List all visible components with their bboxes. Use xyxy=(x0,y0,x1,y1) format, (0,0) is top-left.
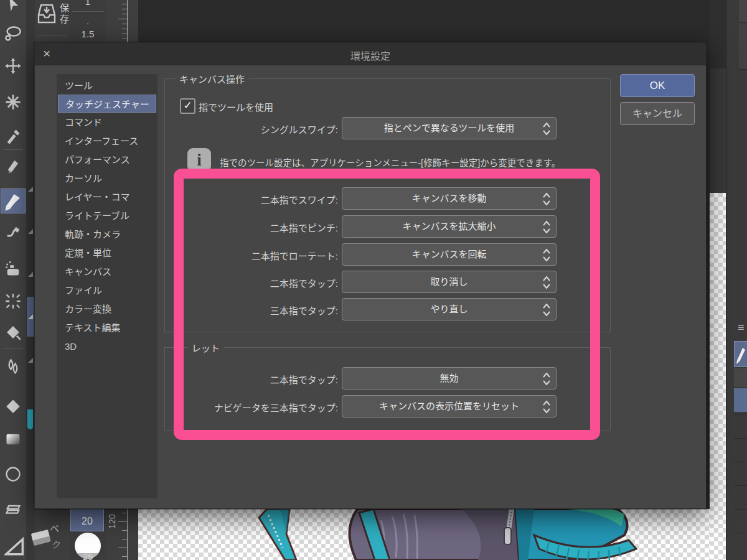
use-finger-checkbox[interactable]: ✓ xyxy=(180,98,195,114)
cancel-button[interactable]: キャンセル xyxy=(620,102,695,125)
use-finger-checkbox-label: 指でツールを使用 xyxy=(199,100,273,113)
brush-tip-teal-swatch xyxy=(27,409,33,429)
ruler-tool-icon[interactable] xyxy=(4,533,22,550)
dock-subtool-item[interactable] xyxy=(734,368,747,387)
airbrush-tool-icon[interactable] xyxy=(4,260,22,278)
sidebar-item-cursor[interactable]: カーソル xyxy=(58,169,156,187)
save-tool-label[interactable]: 保存 xyxy=(57,3,70,26)
gradient-tool-icon[interactable] xyxy=(4,431,22,448)
eraser-tool-icon[interactable] xyxy=(4,398,22,416)
sidebar-item-text-edit[interactable]: テキスト編集 xyxy=(58,319,156,337)
subtool-corner-triangle xyxy=(28,272,33,277)
pen-tool-selected[interactable] xyxy=(1,189,26,213)
ruler-value-label: 120 xyxy=(107,514,117,528)
subtool-corner-triangle xyxy=(28,187,33,192)
auto-select-tool-icon[interactable] xyxy=(4,93,22,111)
right-gap xyxy=(710,0,726,68)
single-swipe-row: シングルスワイプ: 指とペンで異なるツールを使用 xyxy=(35,117,600,139)
eraser-tool-label-bottom: ク xyxy=(51,538,62,551)
subtool-corner-triangle xyxy=(28,314,33,319)
preferences-dialog: × 環境設定 ツール タッチジェスチャー コマンド インターフェース パフォーマ… xyxy=(34,42,707,509)
clip-studio-workspace: 保存 ベ ク 1 · 1.5 20 25 120 xyxy=(0,0,747,560)
blend-tool-icon[interactable] xyxy=(4,358,22,375)
subtool-dock-panel: ≡ xyxy=(726,0,747,560)
brush-size-item-selected[interactable]: 20 xyxy=(70,506,104,531)
dock-subtool-selected[interactable] xyxy=(734,341,747,367)
brush-size-selected-value: 20 xyxy=(71,516,103,527)
frame-border-tool-icon[interactable] xyxy=(4,502,22,519)
right-gap xyxy=(710,68,726,193)
toolbar-sub-strip xyxy=(26,0,35,560)
eraser-tool-label-top: ベ xyxy=(50,521,59,534)
subtool-corner-triangle xyxy=(28,358,33,363)
move-tool-icon[interactable] xyxy=(4,57,22,75)
single-swipe-dropdown[interactable]: 指とペンで異なるツールを使用 xyxy=(342,117,557,139)
dialog-titlebar[interactable]: × 環境設定 xyxy=(35,43,706,65)
canvas-area xyxy=(138,509,710,560)
sidebar-item-performance[interactable]: パフォーマンス xyxy=(58,151,156,169)
ok-button[interactable]: OK xyxy=(620,74,695,97)
sidebar-item-touch-gesture[interactable]: タッチジェスチャー xyxy=(58,95,156,113)
chevron-up-down-icon xyxy=(542,121,551,139)
fill-tool-icon[interactable] xyxy=(4,324,22,341)
info-text: 指でのツール設定は、アプリケーションメニュー-[修飾キー設定]から変更できます。 xyxy=(220,156,560,169)
sidebar-item-tool[interactable]: ツール xyxy=(58,77,156,95)
canvas-area-right-strip xyxy=(710,193,726,560)
dock-color-swatch[interactable] xyxy=(734,388,747,412)
size-list-dot: · xyxy=(70,17,106,28)
eyedropper-tool-icon[interactable] xyxy=(4,128,22,145)
operation-cursor-tool-icon[interactable] xyxy=(4,0,22,14)
main-toolbar xyxy=(0,0,27,560)
single-swipe-label: シングルスワイプ: xyxy=(128,123,338,136)
marker-tool-icon[interactable] xyxy=(4,157,22,174)
brush-size-item[interactable]: 1 xyxy=(70,0,106,7)
checkmark-icon: ✓ xyxy=(183,100,192,111)
highlight-annotation xyxy=(174,169,600,440)
canvas-area-top xyxy=(138,0,726,42)
brush-size-item[interactable]: 1.5 xyxy=(70,29,106,39)
sidebar-item-3d[interactable]: 3D xyxy=(58,337,156,355)
brush-size-item[interactable]: 25 xyxy=(70,551,106,560)
lasso-select-tool-icon[interactable] xyxy=(4,25,22,42)
pencil-tool-icon[interactable] xyxy=(4,224,22,241)
canvas-operation-group-label: キャンバス操作 xyxy=(175,72,249,85)
dialog-title: 環境設定 xyxy=(35,48,706,63)
figure-tool-icon[interactable] xyxy=(4,465,22,483)
subtool-corner-triangle xyxy=(28,229,33,234)
canvas-artwork xyxy=(138,509,710,560)
save-icon[interactable] xyxy=(36,2,57,27)
panel-menu-icon[interactable]: ≡ xyxy=(738,321,745,334)
decoration-tool-icon[interactable] xyxy=(4,292,22,310)
